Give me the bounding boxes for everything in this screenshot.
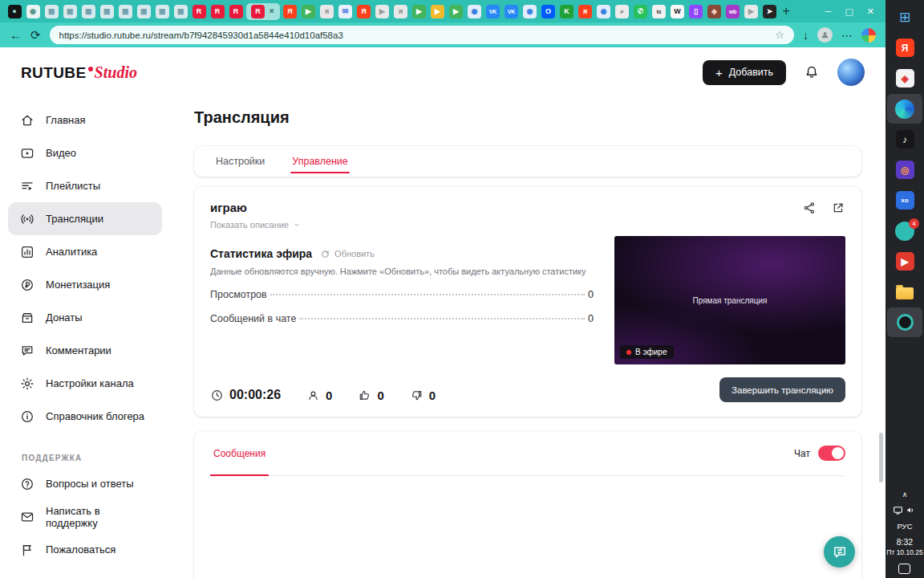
tab-control[interactable]: Управление: [278, 146, 362, 177]
brown-site-tab[interactable]: ◆: [707, 3, 723, 20]
sidebar-item-blogger-guide[interactable]: Справочник блогера: [8, 400, 162, 433]
bookmark-icon[interactable]: ☆: [775, 29, 784, 41]
yellow-video-tab[interactable]: ▶: [430, 3, 446, 20]
io-tab[interactable]: io: [651, 3, 667, 20]
yandex-tab[interactable]: я: [578, 3, 594, 20]
browser-menu-icon[interactable]: ⋯: [841, 30, 853, 41]
rutube-tab-active[interactable]: R✕: [246, 3, 280, 20]
chat-toggle[interactable]: [818, 446, 845, 461]
address-toolbar: ← ⟳ https://studio.rutube.ru/stream/b7f9…: [0, 22, 886, 47]
yandex-tab[interactable]: Я: [356, 3, 372, 20]
green-k-tab[interactable]: K: [559, 3, 575, 20]
cursor-tab[interactable]: ➤: [762, 3, 778, 20]
pinned-site-tab[interactable]: ▦: [99, 3, 115, 20]
gray-video-tab[interactable]: ▶: [375, 3, 391, 20]
tiktok-app[interactable]: ♪: [887, 124, 922, 154]
blue-site-tab[interactable]: ◉: [467, 3, 483, 20]
maximize-button[interactable]: ▢: [845, 6, 853, 17]
gray-ya-tab[interactable]: я: [319, 3, 335, 20]
add-button[interactable]: + Добавить: [703, 60, 786, 85]
sidebar-item-donates[interactable]: Донаты: [8, 301, 162, 334]
wildberries-tab[interactable]: wb: [725, 3, 741, 20]
pinned-site-tab[interactable]: ▦: [136, 3, 152, 20]
rutube-studio-logo[interactable]: RUTUBEStudio: [21, 63, 137, 82]
sidebar-item-playlists[interactable]: Плейлисты: [8, 169, 162, 202]
sidebar-item-comments[interactable]: Комментарии: [8, 334, 162, 367]
globe-tab[interactable]: ◉: [25, 3, 41, 20]
green-video-tab[interactable]: ▶: [448, 3, 464, 20]
close-button[interactable]: ✕: [867, 6, 874, 17]
rutube-tab[interactable]: R: [191, 3, 207, 20]
pinned-site-tab[interactable]: ▦: [117, 3, 133, 20]
whatsapp-tab[interactable]: ✆: [633, 3, 649, 20]
blue-site-tab[interactable]: ◉: [522, 3, 538, 20]
browser-profile-avatar[interactable]: [817, 27, 833, 43]
minimize-button[interactable]: ─: [825, 6, 832, 17]
pinned-site-tab[interactable]: ▦: [172, 3, 188, 20]
rutube-tab[interactable]: R: [209, 3, 225, 20]
green-video-tab[interactable]: ▶: [411, 3, 428, 20]
show-description-toggle[interactable]: Показать описание: [210, 220, 301, 230]
pinned-site-tab[interactable]: ▦: [62, 3, 78, 20]
language-indicator[interactable]: РУС: [897, 522, 912, 531]
refresh-stats-button[interactable]: Обновить: [320, 249, 375, 259]
blue-site-tab[interactable]: ◉: [596, 3, 612, 20]
pinned-site-tab[interactable]: ▦: [43, 3, 59, 20]
yandex-tab[interactable]: Я: [282, 3, 298, 20]
downloads-icon[interactable]: ↓: [803, 30, 808, 41]
address-bar[interactable]: https://studio.rutube.ru/stream/b7f94284…: [50, 26, 794, 44]
sidebar-item-channel-settings[interactable]: Настройки канала: [8, 367, 162, 400]
sidebar-item-streams[interactable]: Трансляции: [8, 202, 162, 235]
wiki-tab[interactable]: W: [670, 3, 686, 20]
edge-browser-app[interactable]: [887, 94, 922, 124]
green-video-tab[interactable]: ▶: [301, 3, 317, 20]
video-app[interactable]: ▶: [887, 246, 922, 276]
sidebar-item-monetization[interactable]: Монетизация: [8, 268, 162, 301]
windows-start-button[interactable]: ⊞: [887, 2, 922, 32]
messenger-app[interactable]: 4: [887, 216, 922, 246]
tab-close-icon[interactable]: ✕: [269, 7, 275, 15]
yandex-app[interactable]: ◈: [887, 63, 922, 93]
new-tab-button[interactable]: +: [783, 5, 790, 18]
end-stream-button[interactable]: Завершить трансляцию: [719, 377, 845, 402]
pinned-site-tab[interactable]: ▦: [154, 3, 170, 20]
share-icon[interactable]: [802, 201, 817, 218]
sidebar-item-faq[interactable]: Вопросы и ответы: [8, 467, 162, 500]
dark-site-tab[interactable]: ●: [6, 3, 22, 20]
pinned-site-tab[interactable]: ▦: [80, 3, 96, 20]
blue-app[interactable]: xo: [887, 185, 922, 215]
support-chat-button[interactable]: [824, 536, 855, 568]
gray-video-tab[interactable]: ▶: [744, 3, 760, 20]
tab-messages[interactable]: Сообщения: [210, 431, 269, 475]
tray-chevron-icon[interactable]: ∧: [902, 491, 908, 499]
ozon-tab[interactable]: O: [541, 3, 557, 20]
yandex-browser-app[interactable]: Я: [887, 33, 922, 63]
sidebar-item-analytics[interactable]: Аналитика: [8, 235, 162, 268]
twitch-tab[interactable]: ▯: [688, 3, 704, 20]
gray-ya-tab[interactable]: я: [393, 3, 409, 20]
mail-tab[interactable]: ✉: [338, 3, 354, 20]
notifications-bell-icon[interactable]: [804, 64, 820, 80]
tab-settings[interactable]: Настройки: [202, 146, 278, 177]
back-button[interactable]: ←: [10, 29, 22, 41]
game-app[interactable]: [887, 307, 922, 337]
page-scrollbar[interactable]: [879, 433, 883, 482]
home-icon: [20, 113, 35, 128]
search-tab[interactable]: ⌕: [614, 3, 630, 20]
vk-tab[interactable]: VK: [504, 3, 520, 20]
tray-status-icons[interactable]: [893, 505, 916, 515]
user-avatar[interactable]: [837, 59, 865, 86]
vk-tab[interactable]: VK: [485, 3, 501, 20]
file-explorer[interactable]: [887, 277, 922, 307]
sidebar-item-report[interactable]: Пожаловаться: [8, 533, 162, 566]
sidebar-item-home[interactable]: Главная: [8, 104, 162, 136]
open-external-icon[interactable]: [831, 201, 845, 218]
notification-center-icon[interactable]: [898, 564, 910, 574]
refresh-page-button[interactable]: ⟳: [30, 29, 41, 41]
browser-logo-icon[interactable]: [861, 28, 876, 43]
rutube-tab[interactable]: R: [228, 3, 244, 20]
media-app[interactable]: ◎: [887, 155, 922, 185]
sidebar-item-video[interactable]: Видео: [8, 136, 162, 169]
sidebar-item-write-support[interactable]: Написать в поддержку: [8, 500, 162, 533]
clock[interactable]: 8:32 Пт 10.10.25: [886, 537, 922, 557]
